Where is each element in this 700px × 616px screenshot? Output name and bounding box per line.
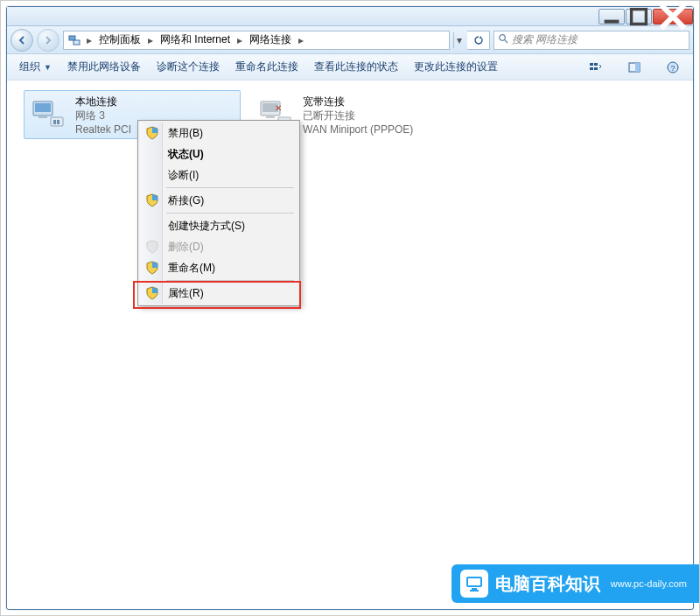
connection-device: WAN Miniport (PPPOE) [303,122,462,136]
menu-item-properties[interactable]: 属性(R) [140,283,298,304]
svg-rect-13 [635,63,640,72]
monitor-icon [460,570,488,598]
watermark-banner: 电脑百科知识 www.pc-daily.com [452,564,699,603]
svg-rect-10 [590,67,593,70]
breadcrumb-seg-network-connections[interactable]: 网络连接 [244,32,297,47]
watermark-text: 电脑百科知识 [495,572,600,596]
svg-line-7 [505,40,508,43]
change-settings-button[interactable]: 更改此连接的设置 [414,60,498,74]
menu-item-label: 桥接(G) [168,193,204,208]
svg-text:✕: ✕ [275,103,282,113]
explorer-window: ▸ 控制面板 ▸ 网络和 Internet ▸ 网络连接 ▸ ▾ 搜索 网络连接 [6,6,694,610]
menu-item-disable[interactable]: 禁用(B) [140,122,298,144]
title-bar [7,7,693,26]
maximize-icon [626,4,651,29]
shield-icon [145,240,159,254]
svg-rect-29 [472,588,477,590]
diagnose-connection-button[interactable]: 诊断这个连接 [157,60,220,74]
search-icon [498,33,508,46]
svg-rect-30 [470,590,479,592]
refresh-icon [473,35,484,46]
view-icon [590,62,602,73]
connection-title: 宽带连接 [303,94,462,108]
svg-rect-5 [74,40,80,45]
menu-item-label: 删除(D) [168,240,204,255]
menu-item-rename[interactable]: 重命名(M) [140,257,298,278]
svg-rect-20 [53,120,56,124]
command-bar: 组织 ▼ 禁用此网络设备 诊断这个连接 重命名此连接 查看此连接的状态 更改此连… [7,54,693,80]
search-placeholder: 搜索 网络连接 [512,32,578,47]
menu-item-bridge[interactable]: 桥接(G) [140,190,298,211]
preview-pane-button[interactable] [623,58,646,77]
connection-title: 本地连接 [75,94,234,108]
svg-rect-17 [35,103,51,112]
connection-status: 已断开连接 [303,108,462,122]
chevron-right-icon: ▸ [235,34,244,46]
view-options-button[interactable] [584,58,607,77]
search-input[interactable]: 搜索 网络连接 [494,31,690,50]
svg-text:?: ? [670,63,675,72]
arrow-left-icon [17,35,27,46]
svg-rect-8 [590,63,593,66]
svg-rect-21 [57,120,60,124]
arrow-right-icon [43,35,53,46]
svg-rect-1 [632,9,647,24]
preview-pane-icon [628,62,640,73]
disable-device-button[interactable]: 禁用此网络设备 [67,60,141,74]
back-button[interactable] [10,29,33,52]
organize-menu[interactable]: 组织 ▼ [19,60,52,74]
minimize-icon [599,4,624,29]
chevron-right-icon: ▸ [85,34,94,46]
refresh-button[interactable] [467,31,490,50]
address-bar: ▸ 控制面板 ▸ 网络和 Internet ▸ 网络连接 ▸ ▾ 搜索 网络连接 [7,26,693,54]
breadcrumb[interactable]: ▸ 控制面板 ▸ 网络和 Internet ▸ 网络连接 ▸ [63,31,450,50]
svg-rect-4 [69,36,75,40]
watermark-url: www.pc-daily.com [611,578,687,589]
maximize-button[interactable] [626,9,652,24]
svg-rect-28 [468,578,480,585]
context-menu: 禁用(B) 状态(U) 诊断(I) 桥接(G) 创建快捷方式(S) [137,120,300,306]
menu-item-label: 创建快捷方式(S) [168,219,245,234]
shield-icon [145,193,159,207]
shield-icon [145,261,159,275]
rename-connection-button[interactable]: 重命名此连接 [235,60,298,74]
help-button[interactable]: ? [662,58,684,77]
network-connections-icon [67,33,81,47]
svg-point-6 [500,35,506,41]
tile-meta: 宽带连接 已断开连接 WAN Miniport (PPPOE) [303,94,462,136]
menu-item-label: 状态(U) [168,147,204,162]
close-button[interactable] [653,9,693,24]
content-area[interactable]: 本地连接 网络 3 Realtek PCI ✕ 宽带连接 已断开连接 WAN M… [8,81,692,608]
breadcrumb-separator: ▾ [453,32,464,48]
menu-item-delete: 删除(D) [140,236,298,257]
menu-item-label: 属性(R) [168,286,204,301]
chevron-right-icon: ▸ [146,34,155,46]
shield-icon [145,126,159,140]
chevron-down-icon[interactable]: ▾ [455,34,464,46]
menu-item-status[interactable]: 状态(U) [140,144,298,164]
shield-icon [145,286,159,300]
svg-rect-24 [266,116,275,118]
breadcrumb-seg-network-internet[interactable]: 网络和 Internet [155,32,235,47]
screenshot-frame: ▸ 控制面板 ▸ 网络和 Internet ▸ 网络连接 ▸ ▾ 搜索 网络连接 [0,0,700,616]
menu-item-label: 重命名(M) [168,261,215,276]
forward-button[interactable] [37,29,60,52]
menu-item-diagnose[interactable]: 诊断(I) [140,164,298,186]
menu-item-label: 禁用(B) [168,126,203,141]
view-status-button[interactable]: 查看此连接的状态 [314,60,398,74]
minimize-button[interactable] [598,9,625,24]
menu-item-shortcut[interactable]: 创建快捷方式(S) [140,215,298,236]
lan-adapter-icon [30,98,68,131]
menu-item-label: 诊断(I) [168,168,199,183]
svg-rect-9 [594,63,598,66]
help-icon: ? [667,61,679,74]
chevron-right-icon: ▸ [297,34,305,46]
organize-label: 组织 [19,60,40,74]
svg-rect-11 [594,67,598,70]
svg-rect-18 [38,116,47,118]
breadcrumb-seg-control-panel[interactable]: 控制面板 [94,32,146,47]
chevron-down-icon: ▼ [44,63,52,72]
